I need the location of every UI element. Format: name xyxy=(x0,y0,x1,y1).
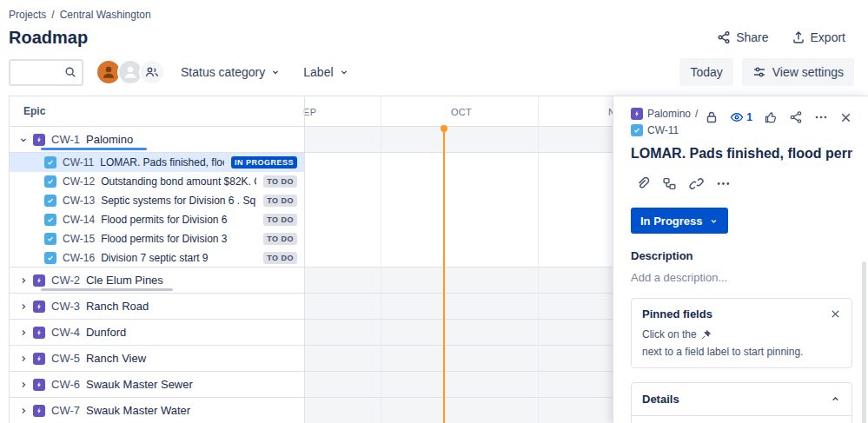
breadcrumb: Projects / Central Washington xyxy=(9,9,854,21)
epic-name: Dunford xyxy=(86,326,126,339)
today-marker-dot xyxy=(441,125,447,132)
view-settings-label: View settings xyxy=(772,65,844,79)
epic-column-header: Epic xyxy=(10,105,45,117)
epic-icon xyxy=(33,379,45,391)
epic-name: Ranch Road xyxy=(86,300,149,313)
chevron-right-icon[interactable] xyxy=(17,406,30,416)
status-badge: IN PROGRESS xyxy=(231,156,297,169)
task-icon xyxy=(44,214,56,226)
eye-icon xyxy=(730,110,744,124)
page-title: Roadmap xyxy=(9,28,88,48)
task-icon xyxy=(44,156,56,169)
epic-progress-bar xyxy=(41,288,173,291)
label-filter[interactable]: Label xyxy=(296,60,355,84)
search-input[interactable] xyxy=(10,66,61,79)
lock-icon[interactable] xyxy=(705,110,719,124)
epic-key: CW-7 xyxy=(51,404,80,417)
pinned-hint-suffix: next to a field label to start pinning. xyxy=(642,345,803,359)
export-label: Export xyxy=(811,30,845,44)
issue-key-link[interactable]: CW-11 xyxy=(647,124,679,136)
epic-icon xyxy=(33,301,45,313)
attach-paperclip-icon[interactable] xyxy=(631,172,654,195)
share-button[interactable]: Share xyxy=(708,25,777,50)
issue-key: CW-16 xyxy=(63,252,95,264)
chevron-up-icon[interactable] xyxy=(830,393,841,405)
chevron-down-icon xyxy=(270,67,281,77)
close-icon[interactable] xyxy=(830,308,841,320)
epic-key: CW-6 xyxy=(51,378,80,391)
status-category-label: Status category xyxy=(181,65,265,79)
share-label: Share xyxy=(736,30,768,44)
export-button[interactable]: Export xyxy=(783,25,854,50)
view-settings-button[interactable]: View settings xyxy=(742,58,854,86)
grid-line xyxy=(538,96,539,423)
chevron-right-icon[interactable] xyxy=(17,354,30,364)
epic-icon xyxy=(33,405,45,417)
avatar-group xyxy=(96,59,165,85)
status-category-filter[interactable]: Status category xyxy=(174,60,288,84)
share-icon[interactable] xyxy=(789,110,803,124)
show-all-people-button[interactable] xyxy=(139,59,165,85)
grid-line xyxy=(381,96,381,423)
sliders-icon xyxy=(752,65,766,79)
issue-summary: Outstanding bond amount $82K. Guard rail… xyxy=(101,175,256,188)
chevron-right-icon[interactable] xyxy=(17,275,30,286)
epic-name: Cle Elum Pines xyxy=(86,274,163,287)
epic-name: Ranch View xyxy=(86,352,146,365)
epic-progress-bar xyxy=(41,148,147,150)
roadmap-toolbar: Status category Label Today View setting… xyxy=(0,57,868,87)
description-placeholder[interactable]: Add a description... xyxy=(631,271,852,284)
add-child-issue-icon[interactable] xyxy=(658,172,681,195)
chevron-down-icon[interactable] xyxy=(17,135,30,145)
breadcrumb-project-link[interactable]: Central Washington xyxy=(60,9,151,21)
issue-title[interactable]: LOMAR. Pads finished, flood permits xyxy=(631,146,852,162)
issue-key: CW-15 xyxy=(63,233,95,245)
task-icon xyxy=(44,233,56,245)
epic-name: Swauk Master Water xyxy=(86,404,190,417)
task-icon xyxy=(44,252,56,264)
more-actions-icon[interactable] xyxy=(712,172,735,195)
epic-key: CW-2 xyxy=(51,274,80,287)
today-button[interactable]: Today xyxy=(679,58,732,86)
today-label: Today xyxy=(690,65,722,79)
issue-key: CW-12 xyxy=(63,175,95,188)
epic-name: Palomino xyxy=(86,133,133,146)
pinned-fields-card: Pinned fields Click on the next to a fie… xyxy=(631,298,852,368)
more-actions-icon[interactable] xyxy=(814,110,828,124)
chevron-right-icon[interactable] xyxy=(17,301,30,312)
panel-scrollbar[interactable] xyxy=(862,261,866,423)
status-badge: TO DO xyxy=(263,214,297,226)
close-icon[interactable] xyxy=(839,111,852,124)
issue-detail-panel: Palomino / CW-11 xyxy=(613,96,868,423)
task-icon xyxy=(631,124,643,136)
issue-key: CW-13 xyxy=(63,195,95,207)
issue-key: CW-11 xyxy=(63,156,94,169)
issue-summary: Flood permits for Division 6 xyxy=(101,214,256,226)
chevron-down-icon xyxy=(339,67,349,77)
link-icon[interactable] xyxy=(685,172,708,195)
details-card: Details Start date Oct 13, 2021 Due date… xyxy=(631,382,852,423)
details-title: Details xyxy=(642,393,679,406)
chevron-right-icon[interactable] xyxy=(17,327,30,338)
epic-name: Swauk Master Sewer xyxy=(86,378,193,391)
epic-key: CW-3 xyxy=(51,300,80,313)
description-heading: Description xyxy=(631,249,852,262)
task-icon xyxy=(44,175,56,188)
breadcrumb-projects-link[interactable]: Projects xyxy=(9,9,46,21)
vote-thumbs-up-icon[interactable] xyxy=(764,110,778,124)
page-header: Projects / Central Washington Roadmap Sh… xyxy=(0,0,868,50)
task-icon xyxy=(44,195,56,207)
search-box[interactable] xyxy=(9,59,83,86)
status-dropdown-button[interactable]: In Progress xyxy=(631,208,728,234)
status-label: In Progress xyxy=(640,215,703,228)
status-badge: TO DO xyxy=(263,175,297,188)
chevron-right-icon[interactable] xyxy=(17,380,30,390)
watch-button[interactable]: 1 xyxy=(730,110,752,124)
search-icon xyxy=(64,66,76,78)
today-marker-line xyxy=(443,128,445,423)
month-label: EP xyxy=(303,107,316,117)
parent-epic-link[interactable]: Palomino xyxy=(647,108,691,120)
pin-icon xyxy=(700,329,712,340)
issue-breadcrumb: Palomino / CW-11 xyxy=(631,105,698,138)
issue-key: CW-14 xyxy=(63,214,95,226)
